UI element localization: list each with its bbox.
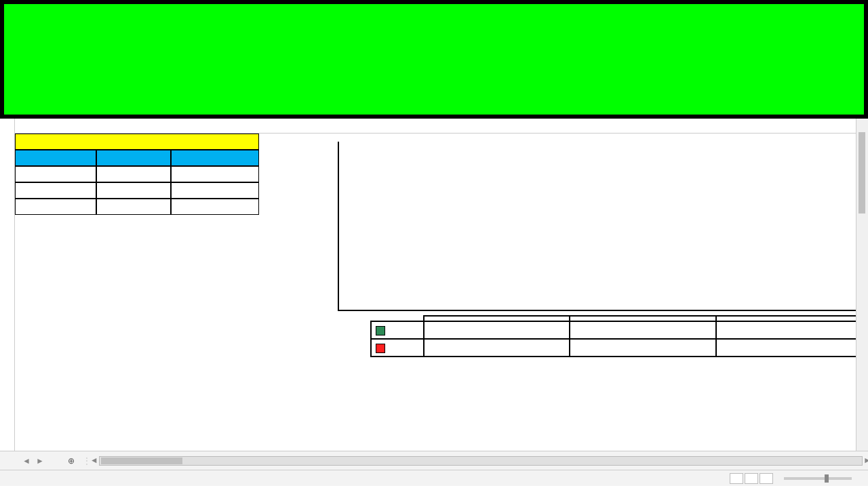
chart[interactable] — [327, 138, 863, 429]
legend-2018 — [371, 339, 424, 357]
header-blank[interactable] — [15, 150, 96, 166]
feb-2018[interactable] — [171, 182, 259, 199]
spreadsheet-area — [0, 119, 868, 451]
table-title-cell[interactable] — [15, 134, 259, 150]
mar-2017[interactable] — [96, 199, 171, 215]
sheet-tabs-bar: ◄ ► ⊕ ⋮ ◄ ► — [0, 451, 868, 470]
swatch-2018-icon — [376, 344, 385, 353]
tab-nav-prev-icon[interactable]: ◄ — [20, 456, 33, 466]
tabs-more[interactable] — [52, 458, 62, 464]
view-buttons[interactable] — [730, 473, 773, 484]
hscroll-right-icon[interactable]: ► — [863, 455, 868, 465]
column-headers — [15, 119, 868, 134]
swatch-2017-icon — [376, 326, 385, 336]
feb-2017[interactable] — [96, 182, 171, 199]
dt-jan-2018 — [424, 339, 570, 357]
y-axis-ticks — [330, 142, 338, 311]
status-bar — [0, 470, 868, 486]
zoom-thumb[interactable] — [825, 474, 829, 483]
y-axis-label — [327, 142, 330, 311]
cells[interactable] — [15, 134, 259, 215]
hscroll-thumb[interactable] — [101, 458, 182, 464]
row-headers — [0, 119, 15, 451]
dt-feb-2017 — [570, 321, 715, 339]
tab-nav-next-icon[interactable]: ► — [34, 456, 46, 466]
month-jan[interactable] — [15, 166, 96, 182]
cat-mar — [716, 316, 862, 321]
add-sheet-icon[interactable]: ⊕ — [62, 453, 80, 468]
jan-2017[interactable] — [96, 166, 171, 182]
dt-mar-2017 — [716, 321, 862, 339]
view-page-icon[interactable] — [745, 473, 758, 484]
banner — [0, 0, 868, 119]
view-break-icon[interactable] — [760, 473, 773, 484]
legend-2017 — [371, 321, 424, 339]
header-2018[interactable] — [171, 150, 259, 166]
month-mar[interactable] — [15, 199, 96, 215]
dt-jan-2017 — [424, 321, 570, 339]
grid — [15, 119, 868, 451]
header-2017[interactable] — [96, 150, 171, 166]
vertical-scrollbar[interactable] — [856, 119, 868, 451]
cat-feb — [570, 316, 715, 321]
cat-jan — [424, 316, 570, 321]
month-feb[interactable] — [15, 182, 96, 199]
horizontal-scrollbar[interactable]: ◄ ► — [99, 456, 863, 466]
scrollbar-thumb[interactable] — [859, 132, 865, 214]
hscroll-left-icon[interactable]: ◄ — [90, 455, 98, 465]
dt-feb-2018 — [570, 339, 715, 357]
jan-2018[interactable] — [171, 166, 259, 182]
dt-mar-2018 — [716, 339, 862, 357]
tab-nav[interactable]: ◄ ► — [20, 456, 46, 466]
chart-data-table — [370, 315, 863, 357]
chart-plot-area — [327, 142, 863, 311]
plot — [338, 142, 863, 311]
zoom-slider[interactable] — [784, 477, 852, 480]
mar-2018[interactable] — [171, 199, 259, 215]
view-normal-icon[interactable] — [730, 473, 743, 484]
